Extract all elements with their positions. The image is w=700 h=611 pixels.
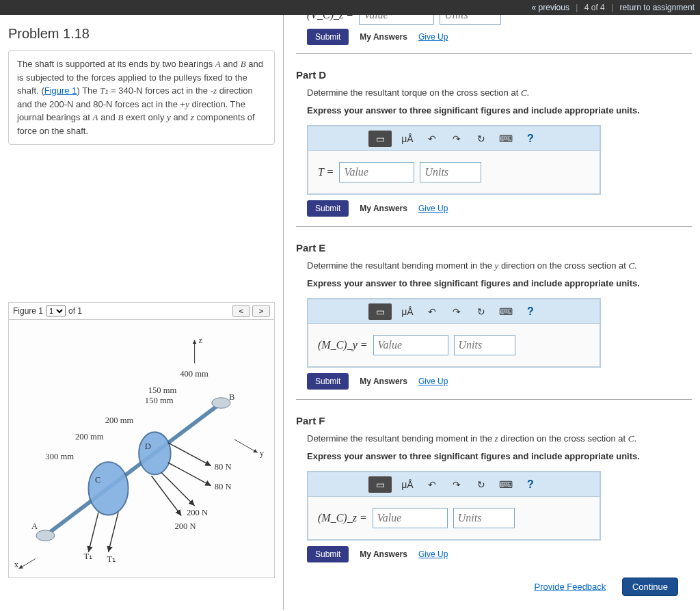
svg-point-3 [88, 462, 128, 515]
partc-myanswers[interactable]: My Answers [360, 32, 407, 42]
partd-title: Part D [296, 66, 692, 86]
partd-myanswers[interactable]: My Answers [360, 204, 407, 213]
svg-line-9 [161, 472, 195, 506]
undo-icon[interactable]: ↶ [423, 131, 441, 147]
symbols-icon[interactable]: μÅ [399, 476, 416, 493]
svg-text:x: x [14, 560, 19, 569]
figure-link[interactable]: Figure 1 [44, 85, 77, 96]
partc-lhs: (V_C)_z = [307, 15, 353, 21]
svg-text:150 mm: 150 mm [148, 385, 177, 395]
svg-text:A: A [31, 521, 38, 531]
redo-icon[interactable]: ↷ [448, 131, 466, 147]
help-icon[interactable]: ? [522, 476, 539, 493]
svg-text:T₁: T₁ [84, 552, 93, 561]
format-icon[interactable]: ▭ [368, 476, 392, 493]
reset-icon[interactable]: ↻ [472, 476, 490, 493]
redo-icon[interactable]: ↷ [448, 303, 466, 320]
svg-text:80 N: 80 N [215, 462, 232, 472]
svg-line-10 [152, 476, 182, 515]
svg-text:200 N: 200 N [174, 521, 196, 531]
partc-units-input[interactable] [440, 15, 501, 25]
partd-giveup-link[interactable]: Give Up [418, 204, 448, 213]
figure-label: Figure 1 [13, 306, 43, 316]
svg-text:T₁: T₁ [107, 554, 116, 564]
keyboard-icon[interactable]: ⌨ [497, 476, 515, 493]
partf-title: Part F [296, 412, 692, 432]
svg-text:80 N: 80 N [215, 482, 232, 491]
keyboard-icon[interactable]: ⌨ [497, 131, 515, 147]
svg-text:150 mm: 150 mm [145, 396, 174, 405]
reset-icon[interactable]: ↻ [472, 303, 490, 320]
parte-value-input[interactable] [373, 335, 448, 355]
figure-image: x z y A B C D 400 mm 150 mm 150 mm 200 m… [8, 320, 275, 578]
continue-button[interactable]: Continue [622, 578, 678, 596]
partf-lhs: (M_C)_z = [318, 512, 367, 524]
partf-instr: Express your answer to three significant… [296, 448, 692, 468]
parte-giveup-link[interactable]: Give Up [418, 377, 448, 386]
part-f: Part F Determine the resultant bending m… [296, 412, 692, 572]
partf-answerbox: ▭ μÅ ↶ ↷ ↻ ⌨ ? (M_C)_z = [307, 471, 601, 541]
partd-answerbox: ▭ μÅ ↶ ↷ ↻ ⌨ ? T = [307, 125, 601, 195]
format-icon[interactable]: ▭ [368, 303, 392, 320]
parte-lhs: (M_C)_y = [318, 339, 368, 351]
partc-giveup-link[interactable]: Give Up [418, 32, 448, 42]
svg-line-8 [168, 463, 211, 486]
undo-icon[interactable]: ↶ [423, 476, 441, 493]
parte-myanswers[interactable]: My Answers [360, 377, 407, 386]
parte-toolbar: ▭ μÅ ↶ ↷ ↻ ⌨ ? [308, 299, 600, 324]
keyboard-icon[interactable]: ⌨ [497, 303, 515, 320]
partf-toolbar: ▭ μÅ ↶ ↷ ↻ ⌨ ? [308, 472, 600, 497]
figure-header: Figure 1 1 of 1 < > [8, 302, 275, 320]
footer-links: Provide Feedback Continue [296, 572, 692, 596]
help-icon[interactable]: ? [522, 131, 539, 147]
partc-submit-button[interactable]: Submit [307, 29, 349, 45]
figure-next-button[interactable]: > [252, 305, 270, 317]
partd-units-input[interactable] [420, 162, 481, 182]
figure-prev-button[interactable]: < [232, 305, 250, 317]
help-icon[interactable]: ? [522, 303, 539, 320]
partd-instr: Express your answer to three significant… [296, 103, 692, 122]
partd-submit-button[interactable]: Submit [307, 200, 349, 217]
parte-units-input[interactable] [454, 335, 515, 355]
svg-line-5 [88, 513, 98, 552]
symbols-icon[interactable]: μÅ [399, 131, 416, 147]
part-c-partial: (V_C)_z = Submit My Answers Give Up [296, 15, 692, 54]
svg-text:B: B [229, 392, 234, 402]
format-icon[interactable]: ▭ [368, 131, 392, 147]
partf-submit-button[interactable]: Submit [307, 546, 349, 562]
symbols-icon[interactable]: μÅ [399, 303, 416, 320]
partf-units-input[interactable] [453, 508, 515, 528]
right-panel: (V_C)_z = Submit My Answers Give Up Part… [284, 15, 700, 610]
svg-text:200 mm: 200 mm [75, 432, 104, 442]
svg-line-7 [168, 443, 211, 466]
svg-text:200 N: 200 N [187, 508, 208, 517]
parte-title: Part E [296, 239, 692, 259]
partf-value-input[interactable] [373, 508, 448, 528]
top-nav: « previous | 4 of 4 | return to assignme… [0, 0, 700, 15]
svg-text:D: D [145, 442, 151, 451]
left-panel: Problem 1.18 The shaft is supported at i… [0, 15, 284, 610]
partf-giveup-link[interactable]: Give Up [418, 549, 448, 559]
figure-of: of 1 [68, 306, 82, 316]
provide-feedback-link[interactable]: Provide Feedback [535, 582, 606, 592]
partd-value-input[interactable] [339, 162, 414, 182]
partf-myanswers[interactable]: My Answers [360, 549, 407, 559]
part-e: Part E Determine the resultant bending m… [296, 239, 692, 400]
svg-point-2 [212, 398, 230, 409]
partd-lhs: T = [318, 166, 334, 178]
part-d: Part D Determine the resultant torque on… [296, 66, 692, 227]
reset-icon[interactable]: ↻ [472, 131, 490, 147]
svg-line-13 [234, 439, 258, 452]
previous-link[interactable]: « previous [532, 3, 569, 12]
return-link[interactable]: return to assignment [620, 3, 695, 12]
svg-point-4 [139, 432, 171, 474]
figure-select[interactable]: 1 [46, 306, 66, 316]
svg-line-11 [19, 559, 36, 569]
partc-value-input[interactable] [359, 15, 434, 25]
parte-instr: Express your answer to three significant… [296, 275, 692, 295]
svg-text:y: y [260, 448, 265, 458]
undo-icon[interactable]: ↶ [423, 303, 441, 320]
svg-text:400 mm: 400 mm [180, 369, 208, 379]
redo-icon[interactable]: ↷ [448, 476, 466, 493]
parte-submit-button[interactable]: Submit [307, 373, 349, 390]
